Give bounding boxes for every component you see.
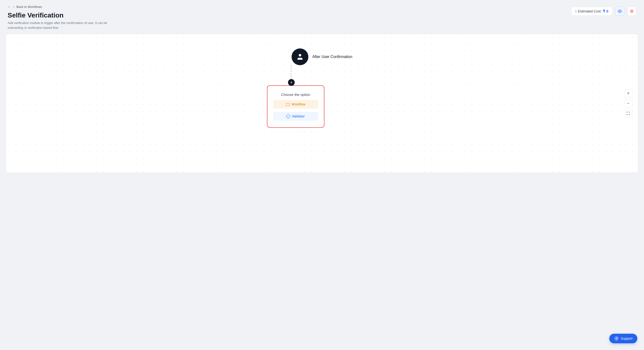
zoom-in-button[interactable]: + bbox=[624, 89, 632, 97]
canvas-inner: After User Confirmation + Choose the opt… bbox=[6, 34, 638, 172]
zoom-out-button[interactable]: − bbox=[624, 99, 632, 107]
trigger-node: After User Confirmation bbox=[292, 48, 352, 65]
zoom-controls: + − bbox=[624, 89, 632, 117]
flow-container: After User Confirmation + Choose the opt… bbox=[292, 48, 352, 128]
trash-icon bbox=[630, 9, 634, 13]
validator-btn-label: Validator bbox=[292, 114, 304, 118]
fit-icon bbox=[626, 111, 630, 115]
back-to-workflows-link[interactable]: ← ← Back to Workflows bbox=[8, 5, 108, 9]
workflow-option-button[interactable]: Workflow bbox=[273, 100, 318, 109]
workflow-canvas: After User Confirmation + Choose the opt… bbox=[6, 34, 638, 173]
back-arrow-icon: ← bbox=[8, 5, 11, 9]
fit-view-button[interactable] bbox=[624, 109, 632, 117]
trigger-label: After User Confirmation bbox=[312, 55, 352, 59]
header-right: ℹ Estimated Cost: ₹ 0 bbox=[571, 7, 636, 16]
validator-option-button[interactable]: Validator bbox=[273, 112, 318, 121]
page-header: ← ← Back to Workflows Selfie Verificatio… bbox=[0, 0, 644, 34]
estimated-cost-label: Estimated Cost: bbox=[578, 9, 602, 13]
support-icon: ? bbox=[614, 336, 619, 341]
estimated-cost-value: ₹ 0 bbox=[603, 9, 608, 14]
user-icon bbox=[296, 53, 304, 61]
option-card: Choose the option Workflow Validator bbox=[267, 85, 324, 128]
page-title: Selfie Verification bbox=[8, 12, 108, 19]
svg-point-1 bbox=[299, 54, 302, 57]
support-button[interactable]: ? Support bbox=[609, 334, 637, 343]
delete-button[interactable] bbox=[627, 7, 636, 16]
workflow-icon bbox=[286, 103, 290, 106]
preview-button[interactable] bbox=[615, 7, 624, 16]
info-icon: ℹ bbox=[575, 9, 576, 13]
eye-icon bbox=[618, 9, 622, 14]
header-left: ← ← Back to Workflows Selfie Verificatio… bbox=[8, 5, 108, 30]
workflow-btn-label: Workflow bbox=[292, 102, 305, 106]
page-subtitle: Add verification module to trigger after… bbox=[8, 21, 108, 30]
option-card-title: Choose the option bbox=[273, 93, 318, 97]
back-link-label: ← Back to Workflows bbox=[12, 5, 42, 9]
add-node-button[interactable]: + bbox=[288, 79, 295, 86]
support-label: Support bbox=[621, 336, 632, 340]
estimated-cost-widget: ℹ Estimated Cost: ₹ 0 bbox=[571, 7, 612, 16]
svg-point-0 bbox=[619, 11, 620, 12]
connector-line bbox=[291, 65, 291, 80]
validator-icon bbox=[286, 114, 290, 118]
trigger-circle bbox=[292, 48, 308, 65]
